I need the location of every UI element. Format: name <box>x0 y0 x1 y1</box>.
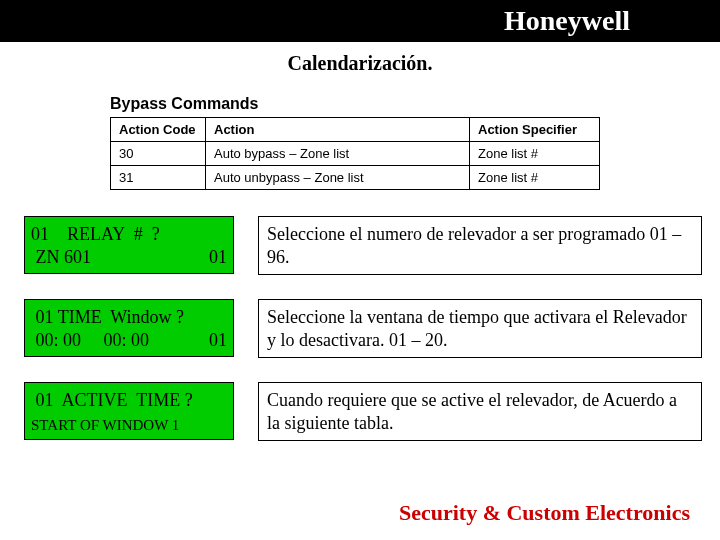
th-action: Action <box>206 118 470 142</box>
lcd-line2-left: ZN 601 <box>31 246 91 269</box>
panel-rows: 01 RELAY # ? ZN 601 01 Seleccione el num… <box>0 216 720 441</box>
cell-action-specifier: Zone list # <box>470 166 600 190</box>
panel-row: 01 RELAY # ? ZN 601 01 Seleccione el num… <box>0 216 720 275</box>
lcd-display: 01 RELAY # ? ZN 601 01 <box>24 216 234 274</box>
table-row: 31 Auto unbypass – Zone list Zone list # <box>111 166 600 190</box>
lcd-line1: 01 TIME Window ? <box>31 306 227 329</box>
lcd-display: 01 ACTIVE TIME ? START OF WINDOW 1 <box>24 382 234 440</box>
table-row: 30 Auto bypass – Zone list Zone list # <box>111 142 600 166</box>
brand-title: Honeywell <box>504 5 630 37</box>
panel-row: 01 TIME Window ? 00: 00 00: 00 01 Selecc… <box>0 299 720 358</box>
lcd-line2-right: 01 <box>209 246 227 269</box>
lcd-line2-right: 01 <box>209 329 227 352</box>
cell-action-code: 31 <box>111 166 206 190</box>
cell-action-specifier: Zone list # <box>470 142 600 166</box>
cell-action: Auto unbypass – Zone list <box>206 166 470 190</box>
bypass-table-title: Bypass Commands <box>110 95 600 113</box>
bypass-commands-table: Action Code Action Action Specifier 30 A… <box>110 117 600 190</box>
table-header-row: Action Code Action Action Specifier <box>111 118 600 142</box>
panel-description: Seleccione el numero de relevador a ser … <box>258 216 702 275</box>
panel-row: 01 ACTIVE TIME ? START OF WINDOW 1 Cuand… <box>0 382 720 441</box>
th-action-specifier: Action Specifier <box>470 118 600 142</box>
lcd-line2: START OF WINDOW 1 <box>31 416 227 436</box>
panel-description: Cuando requiere que se active el relevad… <box>258 382 702 441</box>
page-subtitle: Calendarización. <box>0 52 720 75</box>
lcd-line2-left: 00: 00 00: 00 <box>31 329 149 352</box>
lcd-line1: 01 ACTIVE TIME ? <box>31 389 227 412</box>
header-bar: Honeywell <box>0 0 720 42</box>
footer-text: Security & Custom Electronics <box>399 500 690 526</box>
panel-description: Seleccione la ventana de tiempo que acti… <box>258 299 702 358</box>
lcd-line1: 01 RELAY # ? <box>31 223 227 246</box>
lcd-display: 01 TIME Window ? 00: 00 00: 00 01 <box>24 299 234 357</box>
cell-action: Auto bypass – Zone list <box>206 142 470 166</box>
lcd-line2: ZN 601 01 <box>31 246 227 269</box>
cell-action-code: 30 <box>111 142 206 166</box>
th-action-code: Action Code <box>111 118 206 142</box>
bypass-table-section: Bypass Commands Action Code Action Actio… <box>110 95 600 190</box>
lcd-line2: 00: 00 00: 00 01 <box>31 329 227 352</box>
lcd-line2-left: START OF WINDOW 1 <box>31 416 179 436</box>
